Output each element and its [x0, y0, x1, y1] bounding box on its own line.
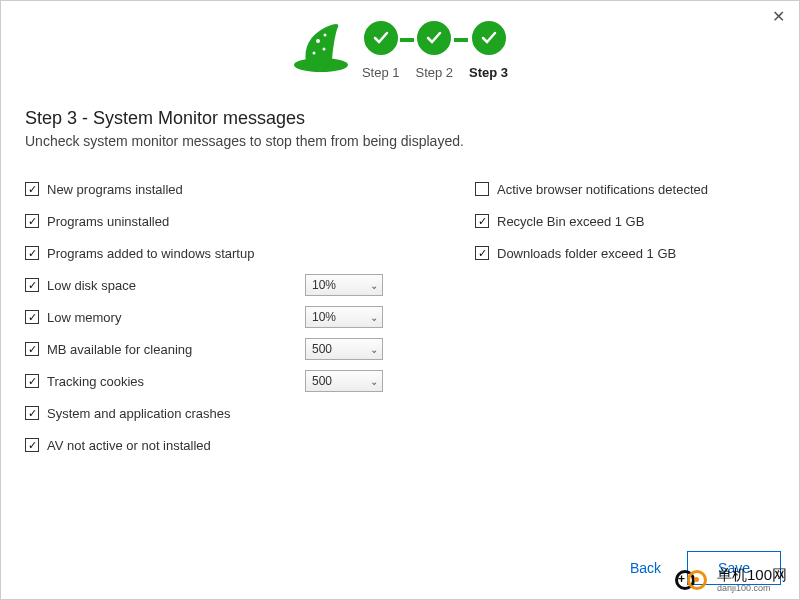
page-subtitle: Uncheck system monitor messages to stop …: [25, 133, 775, 149]
step-3-label: Step 3: [469, 65, 508, 80]
label-uninstalled: Programs uninstalled: [47, 214, 297, 229]
select-value: 10%: [312, 278, 336, 292]
label-low-disk: Low disk space: [47, 278, 297, 293]
label-recycle: Recycle Bin exceed 1 GB: [497, 214, 644, 229]
wizard-header: Step 1 Step 2 Step 3: [1, 1, 799, 80]
checkbox-browser-notif[interactable]: [475, 182, 489, 196]
checkbox-low-memory[interactable]: [25, 310, 39, 324]
svg-point-1: [316, 39, 320, 43]
svg-point-3: [322, 48, 325, 51]
checkbox-low-disk[interactable]: [25, 278, 39, 292]
right-column: Active browser notifications detected Re…: [475, 173, 775, 461]
select-value: 500: [312, 342, 332, 356]
checkbox-mb-cleaning[interactable]: [25, 342, 39, 356]
save-button[interactable]: Save: [687, 551, 781, 585]
svg-point-4: [312, 52, 315, 55]
select-tracking[interactable]: 500 ⌄: [305, 370, 383, 392]
select-value: 10%: [312, 310, 336, 324]
step-1: Step 1: [362, 21, 400, 80]
left-column: New programs installed Programs uninstal…: [25, 173, 445, 461]
label-crashes: System and application crashes: [47, 406, 297, 421]
step-1-label: Step 1: [362, 65, 400, 80]
checkbox-new-programs[interactable]: [25, 182, 39, 196]
checkbox-uninstalled[interactable]: [25, 214, 39, 228]
label-av: AV not active or not installed: [47, 438, 297, 453]
checkbox-av[interactable]: [25, 438, 39, 452]
wizard-hat-icon: [292, 21, 350, 73]
step-2: Step 2: [415, 21, 453, 80]
close-button[interactable]: ✕: [766, 5, 791, 28]
chevron-down-icon: ⌄: [370, 280, 378, 291]
checkmark-icon: [364, 21, 398, 55]
step-2-label: Step 2: [415, 65, 453, 80]
chevron-down-icon: ⌄: [370, 344, 378, 355]
select-mb-cleaning[interactable]: 500 ⌄: [305, 338, 383, 360]
checkbox-recycle[interactable]: [475, 214, 489, 228]
checkbox-startup[interactable]: [25, 246, 39, 260]
step-separator: [454, 38, 468, 42]
back-button[interactable]: Back: [616, 552, 675, 584]
label-browser-notif: Active browser notifications detected: [497, 182, 708, 197]
checkbox-tracking[interactable]: [25, 374, 39, 388]
checkbox-crashes[interactable]: [25, 406, 39, 420]
checkmark-icon: [472, 21, 506, 55]
label-downloads: Downloads folder exceed 1 GB: [497, 246, 676, 261]
label-startup: Programs added to windows startup: [47, 246, 297, 261]
label-new-programs: New programs installed: [47, 182, 297, 197]
page-title: Step 3 - System Monitor messages: [25, 108, 775, 129]
select-low-disk[interactable]: 10% ⌄: [305, 274, 383, 296]
label-mb-cleaning: MB available for cleaning: [47, 342, 297, 357]
chevron-down-icon: ⌄: [370, 376, 378, 387]
label-low-memory: Low memory: [47, 310, 297, 325]
svg-point-2: [323, 34, 326, 37]
select-low-memory[interactable]: 10% ⌄: [305, 306, 383, 328]
checkbox-downloads[interactable]: [475, 246, 489, 260]
select-value: 500: [312, 374, 332, 388]
step-indicator: Step 1 Step 2 Step 3: [362, 21, 508, 80]
chevron-down-icon: ⌄: [370, 312, 378, 323]
step-separator: [400, 38, 414, 42]
main-content: Step 3 - System Monitor messages Uncheck…: [1, 80, 799, 461]
step-3: Step 3: [469, 21, 508, 80]
label-tracking: Tracking cookies: [47, 374, 297, 389]
checkmark-icon: [417, 21, 451, 55]
footer-buttons: Back Save: [616, 551, 781, 585]
